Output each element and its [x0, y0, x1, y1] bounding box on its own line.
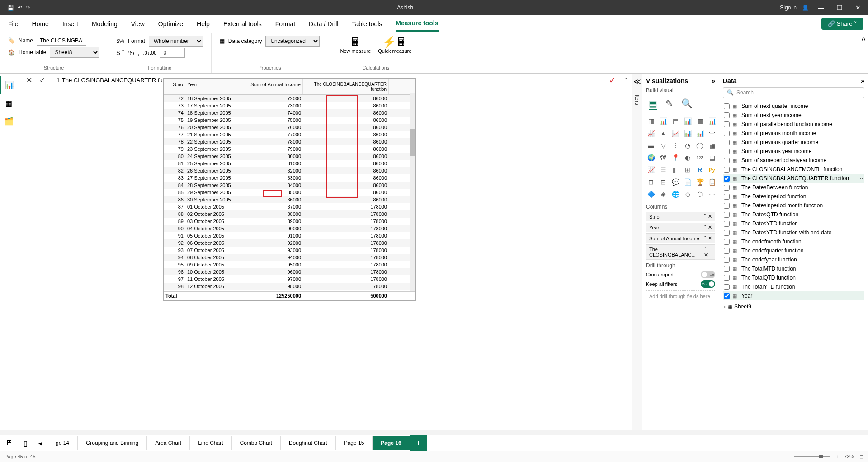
field-well[interactable]: Year˅ ✕ — [646, 223, 715, 232]
page-tab[interactable]: Page 16 — [373, 436, 410, 450]
sign-in-link[interactable]: Sign in — [780, 5, 797, 11]
drillthrough-dropzone[interactable]: Add drill-through fields here — [646, 290, 715, 302]
viz-stacked-bar-icon[interactable]: ▥ — [646, 116, 656, 126]
viz-pane-collapse-icon[interactable]: » — [712, 77, 715, 84]
redo-icon[interactable]: ↷ — [26, 5, 30, 11]
data-category-select[interactable]: Uncategorized — [265, 36, 320, 47]
comma-button[interactable]: , — [138, 49, 140, 56]
field-well[interactable]: S.no˅ ✕ — [646, 212, 715, 221]
ribbon-tab-format[interactable]: Format — [275, 17, 295, 31]
formula-expand-button[interactable]: ˅ — [620, 77, 632, 84]
table-row[interactable]: 8125 September 20058100086000 — [164, 160, 415, 167]
header-closing[interactable]: The CLOSINGBALANCEQUARTER function — [303, 79, 389, 94]
share-button[interactable]: 🔗 Share ˅ — [821, 18, 863, 30]
viz-powerapps-icon[interactable]: ◈ — [658, 189, 668, 199]
field-item[interactable]: ▦The DatesYTD function — [723, 219, 864, 228]
format-select[interactable]: Whole number — [149, 36, 203, 47]
name-input[interactable] — [37, 36, 86, 46]
table-row[interactable]: 9105 October 200591000178000 — [164, 232, 415, 239]
viz-stacked-column-icon[interactable]: 📊 — [658, 116, 668, 126]
field-item[interactable]: ▦The TotalYTD function — [723, 282, 864, 291]
viz-pie-icon[interactable]: ◔ — [683, 140, 693, 150]
zoom-slider[interactable] — [794, 456, 830, 457]
formula-commit-button[interactable]: ✓ — [36, 76, 49, 84]
header-sum[interactable]: Sum of Annual Income — [244, 79, 303, 94]
field-well[interactable]: The CLOSINGBALANC...˅ ✕ — [646, 244, 715, 260]
table-row[interactable]: 7317 September 20057300086000 — [164, 102, 415, 109]
table-row[interactable]: 7620 September 20057600086000 — [164, 124, 415, 131]
quick-measure-button[interactable]: ⚡🖩 Quick measure — [374, 36, 415, 54]
keep-filters-toggle[interactable]: On — [701, 280, 715, 288]
table-row[interactable]: 8327 September 20058300086000 — [164, 174, 415, 182]
zoom-out-button[interactable]: − — [786, 454, 788, 459]
ribbon-tab-modeling[interactable]: Modeling — [92, 17, 118, 31]
page-tab[interactable]: Page 15 — [336, 436, 373, 450]
filters-pane-collapsed[interactable]: ≪ Filters — [632, 74, 642, 430]
field-item[interactable]: ▦The DatesYTD function with end date — [723, 228, 864, 237]
field-item[interactable]: ▦The endofmonth function — [723, 237, 864, 246]
table-row[interactable]: 9307 October 200593000178000 — [164, 247, 415, 254]
ribbon-tab-view[interactable]: View — [131, 17, 145, 31]
decimals-input[interactable] — [160, 48, 185, 58]
data-search-input[interactable]: 🔍 Search — [723, 87, 864, 98]
viz-azure-map-icon[interactable]: 📍 — [670, 153, 680, 163]
table-row[interactable]: 7822 September 20057800086000 — [164, 138, 415, 145]
table-row[interactable]: 9206 October 200592000178000 — [164, 239, 415, 247]
viz-map-icon[interactable]: 🌍 — [646, 153, 656, 163]
data-pane-collapse-icon[interactable]: » — [861, 77, 864, 84]
viz-custom2-icon[interactable]: ⬡ — [695, 189, 705, 199]
analytics-tab[interactable]: 🔍 — [681, 98, 693, 110]
table-row[interactable]: 7418 September 20057400086000 — [164, 109, 415, 117]
viz-qna-icon[interactable]: 💬 — [670, 177, 680, 187]
data-view-button[interactable]: ▦ — [0, 94, 18, 112]
ribbon-tab-help[interactable]: Help — [197, 17, 210, 31]
field-item[interactable]: ▦The TotalQTD function — [723, 273, 864, 282]
viz-multi-card-icon[interactable]: ▤ — [707, 153, 717, 163]
build-visual-tab[interactable]: ▤ — [649, 98, 657, 110]
table-row[interactable]: 9711 October 200597000178000 — [164, 275, 415, 283]
viz-kpi-icon[interactable]: 📈 — [646, 165, 656, 175]
viz-waterfall-icon[interactable]: ▬ — [646, 140, 656, 150]
page-tab[interactable]: Area Chart — [147, 436, 190, 450]
viz-line-icon[interactable]: 📈 — [646, 128, 656, 138]
table-scrollbar[interactable] — [410, 93, 415, 291]
viz-decomposition-icon[interactable]: ⊟ — [658, 177, 668, 187]
viz-slicer-icon[interactable]: ☰ — [658, 165, 668, 175]
desktop-layout-button[interactable]: 🖥 — [0, 439, 18, 447]
field-item[interactable]: ▦The endofquarter function — [723, 246, 864, 255]
viz-table-icon[interactable]: ▦ — [670, 165, 680, 175]
viz-line-clustered-icon[interactable]: 📊 — [695, 128, 705, 138]
report-view-button[interactable]: 📊 — [0, 76, 18, 94]
viz-card-icon[interactable]: 123 — [695, 153, 705, 163]
viz-funnel-icon[interactable]: ▽ — [658, 140, 668, 150]
page-tab[interactable]: ge 14 — [47, 436, 78, 450]
viz-more-icon[interactable]: ⋯ — [707, 189, 717, 199]
field-item[interactable]: ▦Sum of previous month income — [723, 129, 864, 138]
field-item[interactable]: ▦Year — [723, 291, 864, 300]
viz-100-column-icon[interactable]: 📊 — [707, 116, 717, 126]
viz-stacked-area-icon[interactable]: 📈 — [670, 128, 680, 138]
ribbon-tab-file[interactable]: File — [8, 17, 19, 31]
viz-treemap-icon[interactable]: ▦ — [707, 140, 717, 150]
viz-arcgis-icon[interactable]: 🔷 — [646, 189, 656, 199]
table-row[interactable]: 8529 September 20058500086000 — [164, 189, 415, 196]
collapse-ribbon-button[interactable]: ᐱ — [862, 36, 865, 42]
viz-globe-icon[interactable]: 🌐 — [670, 189, 680, 199]
field-item[interactable]: ▦The CLOSINGBALANCEMONTH function — [723, 165, 864, 174]
report-canvas[interactable]: ✕ ✓ 1 The CLOSINGBALANCEQUARTER function… — [18, 74, 632, 430]
viz-py-icon[interactable]: Py — [707, 165, 717, 175]
viz-narrative-icon[interactable]: 📄 — [683, 177, 693, 187]
viz-clustered-column-icon[interactable]: 📊 — [683, 116, 693, 126]
table-row[interactable]: 7721 September 20057700086000 — [164, 131, 415, 138]
viz-line-column-icon[interactable]: 📊 — [683, 128, 693, 138]
viz-scatter-icon[interactable]: ⋮ — [670, 140, 680, 150]
table-row[interactable]: 8024 September 20058000086000 — [164, 153, 415, 160]
table-row[interactable]: 7519 September 20057500086000 — [164, 117, 415, 124]
zoom-in-button[interactable]: + — [836, 454, 839, 459]
table-visual[interactable]: S.no Year Sum of Annual Income The CLOSI… — [163, 78, 416, 301]
table-row[interactable]: 8701 October 200587000178000 — [164, 203, 415, 210]
field-well[interactable]: Sum of Annual Income˅ ✕ — [646, 233, 715, 243]
field-item[interactable]: ▦The Datesinperiod month function — [723, 201, 864, 210]
formula-cancel-button[interactable]: ✕ — [23, 76, 36, 84]
page-tab[interactable]: Line Chart — [190, 436, 231, 450]
